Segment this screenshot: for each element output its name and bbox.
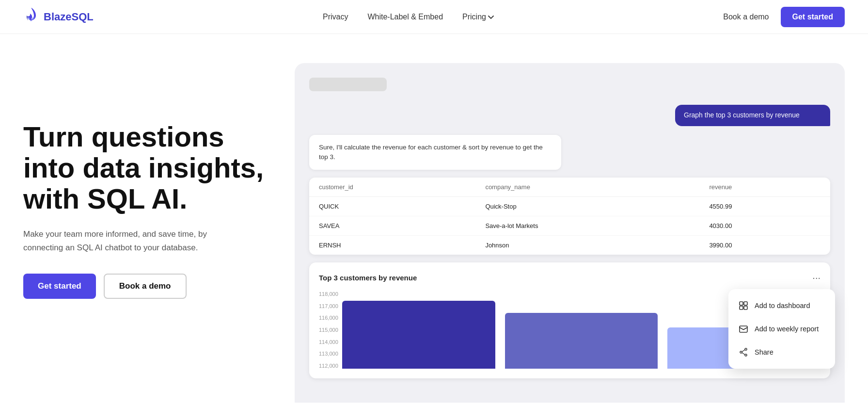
menu-add-report[interactable]: Add to weekly report xyxy=(728,317,835,341)
cell-cname-0: Quick-Stop xyxy=(475,197,699,216)
navbar: BlazeSQL Privacy White-Label & Embed Pri… xyxy=(0,0,868,34)
y-label-6: 112,000 xyxy=(319,363,338,369)
data-table-card: customer_id company_name revenue QUICK Q… xyxy=(309,178,830,255)
hero-mockup: Graph the top 3 customers by revenue Sur… xyxy=(295,63,845,403)
menu-add-report-label: Add to weekly report xyxy=(755,325,819,333)
table-row: SAVEA Save-a-lot Markets 4030.00 xyxy=(309,216,830,236)
hero-left: Turn questions into data insights, with … xyxy=(23,63,266,299)
nav-white-label[interactable]: White-Label & Embed xyxy=(367,13,443,21)
envelope-icon xyxy=(738,324,749,334)
menu-add-dashboard[interactable]: Add to dashboard xyxy=(728,294,835,317)
cell-cid-0: QUICK xyxy=(309,197,475,216)
chart-title-row: Top 3 customers by revenue ··· xyxy=(319,272,821,283)
hero-title: Turn questions into data insights, with … xyxy=(23,121,266,214)
svg-line-8 xyxy=(742,350,745,352)
menu-add-dashboard-label: Add to dashboard xyxy=(755,302,810,309)
chart-menu-button[interactable]: ··· xyxy=(812,272,821,283)
nav-actions: Book a demo Get started xyxy=(723,7,845,27)
svg-rect-1 xyxy=(744,302,747,305)
y-label-4: 114,000 xyxy=(319,339,338,345)
y-label-1: 117,000 xyxy=(319,303,338,309)
menu-share[interactable]: Share xyxy=(728,341,835,364)
cell-cname-2: Johnson xyxy=(475,236,699,255)
table-row: ERNSH Johnson 3990.00 xyxy=(309,236,830,255)
cell-cid-1: SAVEA xyxy=(309,216,475,236)
data-table: customer_id company_name revenue QUICK Q… xyxy=(309,178,830,255)
y-label-5: 113,000 xyxy=(319,351,338,357)
svg-rect-4 xyxy=(740,326,747,332)
bar-1 xyxy=(505,313,658,369)
col-revenue: revenue xyxy=(699,178,830,197)
col-company-name: company_name xyxy=(475,178,699,197)
nav-pricing[interactable]: Pricing xyxy=(462,13,494,21)
book-demo-hero-button[interactable]: Book a demo xyxy=(104,274,187,299)
chart-card: Top 3 customers by revenue ··· 118,000 1… xyxy=(309,262,830,378)
chat-header-placeholder xyxy=(309,78,387,91)
get-started-nav-button[interactable]: Get started xyxy=(781,7,845,27)
cell-rev-2: 3990.00 xyxy=(699,236,830,255)
grid-icon xyxy=(738,300,749,311)
logo-link[interactable]: BlazeSQL xyxy=(23,7,94,27)
logo-text: BlazeSQL xyxy=(44,11,94,23)
get-started-hero-button[interactable]: Get started xyxy=(23,274,96,299)
col-customer-id: customer_id xyxy=(309,178,475,197)
hero-section: Turn questions into data insights, with … xyxy=(0,34,868,407)
flame-icon xyxy=(23,7,39,27)
cell-cid-2: ERNSH xyxy=(309,236,475,255)
chevron-down-icon xyxy=(488,13,494,21)
cell-rev-1: 4030.00 xyxy=(699,216,830,236)
svg-rect-0 xyxy=(740,302,743,305)
table-row: QUICK Quick-Stop 4550.99 xyxy=(309,197,830,216)
y-label-0: 118,000 xyxy=(319,291,338,297)
svg-rect-2 xyxy=(740,306,743,309)
y-label-3: 115,000 xyxy=(319,327,338,333)
nav-privacy[interactable]: Privacy xyxy=(323,13,348,21)
book-demo-nav-link[interactable]: Book a demo xyxy=(723,13,769,21)
y-axis: 118,000 117,000 116,000 115,000 114,000 … xyxy=(319,291,342,369)
nav-links: Privacy White-Label & Embed Pricing xyxy=(323,13,494,21)
context-menu: Add to dashboard Add to weekly report xyxy=(728,289,835,369)
chat-area: Graph the top 3 customers by revenue Sur… xyxy=(309,78,830,170)
y-label-2: 116,000 xyxy=(319,315,338,321)
cell-cname-1: Save-a-lot Markets xyxy=(475,216,699,236)
hero-ctas: Get started Book a demo xyxy=(23,274,266,299)
cell-rev-0: 4550.99 xyxy=(699,197,830,216)
chat-user-bubble: Graph the top 3 customers by revenue xyxy=(675,105,830,126)
svg-line-9 xyxy=(742,353,745,355)
hero-subtitle: Make your team more informed, and save t… xyxy=(23,228,217,254)
menu-share-label: Share xyxy=(755,348,773,356)
chart-title: Top 3 customers by revenue xyxy=(319,274,417,282)
svg-rect-3 xyxy=(744,306,747,309)
share-icon xyxy=(738,347,749,358)
bar-0 xyxy=(342,301,495,369)
chat-ai-bubble: Sure, I'll calculate the revenue for eac… xyxy=(309,135,561,170)
